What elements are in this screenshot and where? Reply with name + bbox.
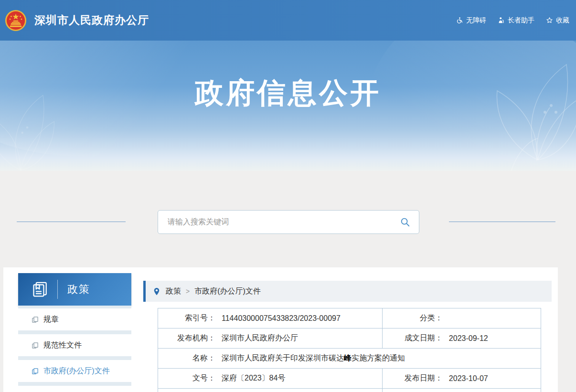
index-number-cell: 索引号： 114403000075433823/2023-00097 xyxy=(158,308,382,328)
decorative-line-left xyxy=(17,222,126,222)
sidebar-item-label: 市政府(办公厅)文件 xyxy=(43,366,110,376)
partial-cell xyxy=(382,389,541,392)
name-text: 实施方案的通知 xyxy=(352,354,405,362)
national-emblem-icon xyxy=(5,10,27,32)
breadcrumb-separator: > xyxy=(186,287,190,295)
accessibility-icon xyxy=(456,17,463,24)
elder-helper-label: 长者助手 xyxy=(508,16,534,25)
elder-helper-link[interactable]: 长者助手 xyxy=(498,16,534,25)
partial-cell xyxy=(158,389,382,392)
written-date-value: 2023-09-12 xyxy=(449,334,488,343)
decorative-line-right xyxy=(449,222,555,222)
publish-date-cell: 发布日期： 2023-10-07 xyxy=(382,369,541,388)
elder-helper-icon xyxy=(498,17,505,24)
document-name-value: 深圳市人民政府关于印发深圳市碳达峰实施方案的通知 xyxy=(222,353,405,363)
sidebar-item-partial[interactable] xyxy=(18,386,131,392)
page-title: 政府信息公开 xyxy=(0,41,576,113)
search-box xyxy=(158,210,419,234)
sidebar-items: 规章 规范性文件 市政府(办公厅)文件 xyxy=(18,306,131,392)
name-highlighted-keyword: 峰 xyxy=(344,354,352,362)
sidebar-header-divider xyxy=(57,280,58,299)
written-date-cell: 成文日期： 2023-09-12 xyxy=(382,328,541,348)
issuing-agency-cell: 发布机构： 深圳市人民政府办公厅 xyxy=(158,328,382,348)
top-header-bar: 深圳市人民政府办公厅 无障碍 长者助手 收藏 xyxy=(0,0,576,41)
favorite-link[interactable]: 收藏 xyxy=(546,16,569,25)
top-utility-links: 无障碍 长者助手 收藏 xyxy=(456,16,569,25)
category-cell: 分类： xyxy=(382,308,541,328)
favorite-label: 收藏 xyxy=(556,16,569,25)
breadcrumb-root[interactable]: 政策 xyxy=(166,286,181,297)
sidebar: 政策 规章 规范性文件 xyxy=(18,273,131,392)
sidebar-item-normative-documents[interactable]: 规范性文件 xyxy=(18,334,131,356)
document-icon xyxy=(32,342,39,349)
document-icon xyxy=(32,316,39,323)
index-number-label: 索引号： xyxy=(158,313,215,323)
sidebar-item-label: 规范性文件 xyxy=(43,340,82,350)
location-pin-icon xyxy=(153,287,160,296)
document-name-label: 名称： xyxy=(158,353,215,363)
table-row-doc-number: 文号： 深府〔2023〕84号 发布日期： 2023-10-07 xyxy=(158,368,541,388)
index-number-value: 114403000075433823/2023-00097 xyxy=(222,314,341,323)
sidebar-title: 政策 xyxy=(67,282,90,297)
sidebar-item-municipal-government-documents[interactable]: 市政府(办公厅)文件 xyxy=(18,360,131,382)
publish-date-value: 2023-10-07 xyxy=(449,374,488,383)
document-name-cell: 名称： 深圳市人民政府关于印发深圳市碳达峰实施方案的通知 xyxy=(158,349,541,368)
table-row-title: 名称： 深圳市人民政府关于印发深圳市碳达峰实施方案的通知 xyxy=(158,348,541,368)
table-row-index: 索引号： 114403000075433823/2023-00097 分类： xyxy=(158,308,541,328)
search-icon[interactable] xyxy=(400,217,410,227)
sidebar-item-label: 规章 xyxy=(43,315,59,325)
star-icon xyxy=(546,17,553,24)
issuing-agency-label: 发布机构： xyxy=(158,333,215,343)
table-row-partial xyxy=(158,388,541,392)
table-row-issuer: 发布机构： 深圳市人民政府办公厅 成文日期： 2023-09-12 xyxy=(158,328,541,348)
policy-book-icon xyxy=(32,281,49,298)
document-icon xyxy=(32,368,39,375)
breadcrumb-accent-bar xyxy=(143,281,146,302)
sidebar-item-regulations[interactable]: 规章 xyxy=(18,308,131,330)
doc-number-cell: 文号： 深府〔2023〕84号 xyxy=(158,369,382,388)
content-area: 政策 规章 规范性文件 xyxy=(0,171,576,392)
search-input[interactable] xyxy=(168,218,400,226)
content-card: 政策 规章 规范性文件 xyxy=(3,267,558,392)
name-text: 深圳市人民政府关于印发深圳市碳达 xyxy=(222,354,344,362)
site-title: 深圳市人民政府办公厅 xyxy=(34,13,149,28)
breadcrumb: 政策 > 市政府(办公厅)文件 xyxy=(143,281,552,302)
sidebar-header: 政策 xyxy=(18,273,131,306)
doc-number-label: 文号： xyxy=(158,373,215,383)
publish-date-label: 发布日期： xyxy=(383,373,443,383)
accessibility-label: 无障碍 xyxy=(466,16,486,25)
issuing-agency-value: 深圳市人民政府办公厅 xyxy=(222,333,298,343)
doc-number-value: 深府〔2023〕84号 xyxy=(222,373,285,383)
page-banner: 政府信息公开 xyxy=(0,41,576,171)
breadcrumb-current: 市政府(办公厅)文件 xyxy=(194,286,261,297)
written-date-label: 成文日期： xyxy=(383,333,443,343)
accessibility-link[interactable]: 无障碍 xyxy=(456,16,486,25)
category-label: 分类： xyxy=(383,313,443,323)
main-panel: 政策 > 市政府(办公厅)文件 索引号： 114403000075433823/… xyxy=(143,281,557,392)
document-meta-table: 索引号： 114403000075433823/2023-00097 分类： 发… xyxy=(158,308,541,392)
